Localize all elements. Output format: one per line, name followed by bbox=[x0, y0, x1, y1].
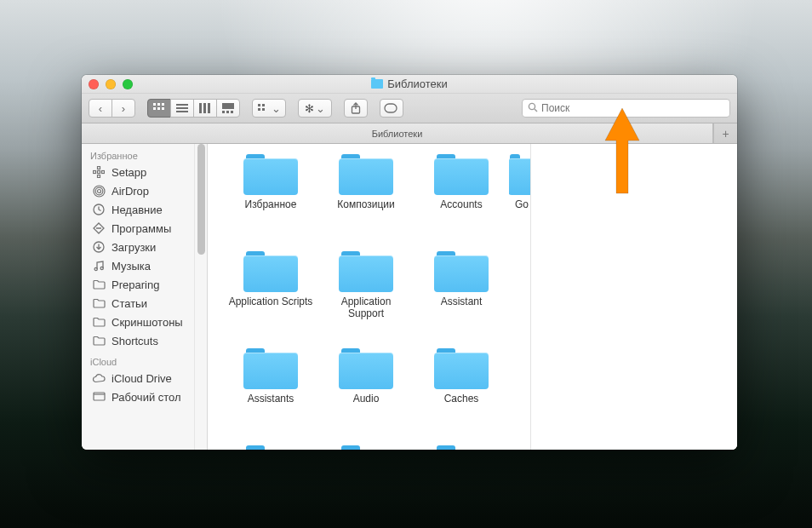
sidebar-item-shortcuts[interactable]: Shortcuts bbox=[82, 331, 194, 350]
sidebar-scroll: Избранное Setapp AirDrop bbox=[82, 144, 194, 450]
folder-item[interactable]: Application Scripts bbox=[223, 251, 318, 345]
desktop-icon bbox=[92, 390, 106, 404]
folder-item[interactable]: Go bbox=[509, 154, 530, 248]
sidebar-item-label: Shortcuts bbox=[112, 335, 158, 347]
folder-item[interactable]: Application Support bbox=[318, 251, 414, 345]
svg-point-28 bbox=[97, 189, 100, 192]
sidebar-item-label: Setapp bbox=[112, 166, 146, 179]
back-button[interactable]: ‹ bbox=[89, 99, 112, 118]
titlebar: Библиотеки bbox=[82, 75, 737, 94]
setapp-icon bbox=[92, 165, 106, 179]
folder-icon bbox=[339, 445, 393, 450]
sidebar-item-downloads[interactable]: Загрузки bbox=[82, 238, 194, 256]
svg-rect-16 bbox=[258, 104, 260, 106]
folder-item[interactable]: Accounts bbox=[414, 154, 509, 248]
nav-buttons: ‹ › bbox=[89, 99, 135, 118]
sidebar-item-label: Недавние bbox=[112, 204, 163, 216]
svg-rect-19 bbox=[262, 108, 265, 111]
svg-rect-25 bbox=[94, 171, 96, 174]
tab[interactable]: Библиотеки bbox=[82, 123, 713, 143]
sidebar-item-setapp[interactable]: Setapp bbox=[82, 163, 194, 181]
sidebar-item-icloud-drive[interactable]: iCloud Drive bbox=[82, 369, 194, 387]
window-title: Библиотеки bbox=[371, 77, 447, 90]
arrange-icon bbox=[258, 104, 270, 112]
action-button[interactable]: ✻ ⌄ bbox=[298, 99, 332, 118]
tag-icon bbox=[384, 103, 399, 113]
scrollbar-thumb[interactable] bbox=[197, 144, 205, 255]
sidebar-item-music[interactable]: Музыка bbox=[82, 256, 194, 275]
folder-item[interactable]: Assistant bbox=[414, 251, 509, 345]
folder-icon bbox=[434, 154, 489, 195]
sidebar-item-articles[interactable]: Статьи bbox=[82, 294, 194, 313]
folder-item[interactable]: Audio bbox=[318, 348, 414, 442]
folder-icon bbox=[92, 334, 106, 347]
finder-window: Библиотеки ‹ › bbox=[82, 75, 737, 450]
sidebar-item-recents[interactable]: Недавние bbox=[82, 200, 194, 219]
sidebar-item-airdrop[interactable]: AirDrop bbox=[82, 181, 194, 200]
folder-item[interactable]: Assistants bbox=[223, 348, 318, 442]
sidebar-item-label: Preparing bbox=[112, 278, 159, 291]
folder-label: Caches bbox=[444, 393, 479, 405]
folder-item[interactable]: Избранное bbox=[223, 154, 318, 248]
folder-label: Accounts bbox=[440, 198, 482, 210]
sidebar-item-label: iCloud Drive bbox=[112, 372, 172, 385]
minimize-window-button[interactable] bbox=[106, 79, 116, 89]
svg-rect-0 bbox=[153, 103, 156, 106]
gallery-icon bbox=[222, 103, 234, 113]
fullscreen-window-button[interactable] bbox=[123, 79, 133, 89]
folder-icon bbox=[243, 251, 298, 292]
sidebar-item-label: AirDrop bbox=[112, 185, 149, 198]
arrange-button[interactable]: ⌄ bbox=[252, 99, 286, 118]
gallery-view-button[interactable] bbox=[216, 99, 240, 118]
folder-icon bbox=[243, 348, 298, 389]
folder-item[interactable] bbox=[223, 445, 318, 450]
svg-rect-23 bbox=[98, 167, 100, 169]
sidebar: Избранное Setapp AirDrop bbox=[82, 144, 208, 450]
sidebar-item-label: Скриншотоны bbox=[112, 316, 183, 329]
close-window-button[interactable] bbox=[89, 79, 99, 89]
tags-button[interactable] bbox=[380, 99, 403, 118]
search-icon bbox=[528, 102, 538, 115]
svg-rect-4 bbox=[157, 107, 160, 110]
folder-item[interactable]: Композиции bbox=[318, 154, 414, 248]
folder-icon bbox=[434, 251, 489, 292]
sidebar-scrollbar[interactable] bbox=[194, 144, 207, 450]
icon-view-button[interactable] bbox=[147, 99, 171, 118]
sidebar-item-screenshots[interactable]: Скриншотоны bbox=[82, 313, 194, 331]
svg-rect-15 bbox=[231, 111, 233, 113]
sidebar-item-preparing[interactable]: Preparing bbox=[82, 275, 194, 294]
music-icon bbox=[92, 259, 106, 273]
folder-icon bbox=[243, 445, 298, 450]
downloads-icon bbox=[92, 240, 106, 254]
toolbar: ‹ › ⌄ bbox=[82, 94, 737, 123]
sidebar-item-label: Рабочий стол bbox=[112, 391, 181, 404]
column-view-button[interactable] bbox=[193, 99, 217, 118]
new-tab-button[interactable]: + bbox=[713, 123, 737, 143]
list-icon bbox=[176, 103, 188, 113]
search-input[interactable] bbox=[541, 102, 724, 114]
search-field[interactable] bbox=[522, 99, 730, 118]
sidebar-item-desktop[interactable]: Рабочий стол bbox=[82, 387, 194, 406]
folder-item[interactable]: Caches bbox=[414, 348, 509, 442]
chevron-down-icon: ⌄ bbox=[316, 102, 325, 115]
sidebar-item-label: Музыка bbox=[112, 260, 151, 273]
svg-rect-2 bbox=[162, 103, 164, 106]
chevron-right-icon: › bbox=[122, 102, 125, 115]
sidebar-item-applications[interactable]: Программы bbox=[82, 219, 194, 238]
arrange-button-group: ⌄ bbox=[252, 99, 286, 118]
share-icon bbox=[351, 102, 361, 114]
preview-pane bbox=[530, 144, 737, 450]
sidebar-header-icloud: iCloud bbox=[82, 350, 194, 369]
folder-item[interactable] bbox=[414, 445, 509, 450]
folder-grid-scroll[interactable]: Избранное Композиции Accounts Go Applica… bbox=[208, 144, 530, 450]
list-view-button[interactable] bbox=[170, 99, 194, 118]
folder-item[interactable] bbox=[318, 445, 414, 450]
tab-label: Библиотеки bbox=[372, 129, 423, 139]
forward-button[interactable]: › bbox=[112, 99, 135, 118]
svg-rect-7 bbox=[176, 107, 188, 109]
svg-rect-18 bbox=[258, 108, 260, 111]
window-title-text: Библиотеки bbox=[387, 77, 447, 90]
share-button[interactable] bbox=[344, 99, 368, 118]
folder-label: Application Scripts bbox=[229, 296, 313, 307]
svg-rect-1 bbox=[157, 103, 160, 106]
